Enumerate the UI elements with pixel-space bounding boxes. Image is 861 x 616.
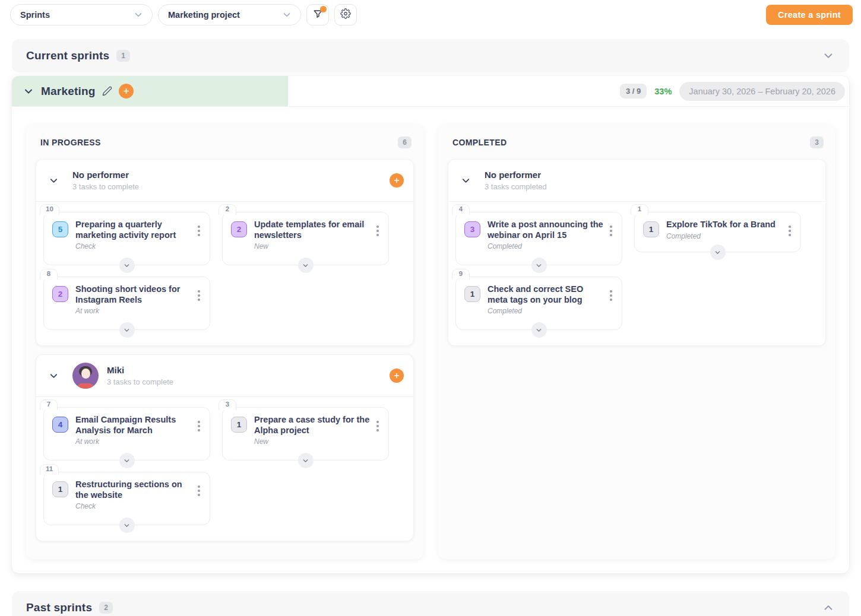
task-title: Restructuring sections on the website <box>75 480 193 500</box>
task-id-tab: 3 <box>219 399 236 410</box>
task-id-tab: 10 <box>40 204 59 215</box>
task-id-tab: 9 <box>452 269 470 280</box>
column-title: COMPLETED <box>452 138 507 147</box>
task-menu-icon[interactable] <box>784 220 796 252</box>
task-id-tab: 1 <box>631 204 648 215</box>
column-title: IN PROGRESS <box>40 138 101 147</box>
task-card[interactable]: 8 2 Shooting short videos for Instagram … <box>43 277 210 330</box>
task-card[interactable]: 10 5 Preparing a quarterly marketing act… <box>43 212 210 265</box>
sprint-header: Marketing 3 / 9 33% January 30, 2026 – F… <box>12 76 849 107</box>
add-task-to-sprint-button[interactable] <box>119 84 134 99</box>
chevron-down-icon <box>133 9 144 20</box>
task-card[interactable]: 11 1 Restructuring sections on the websi… <box>43 472 210 525</box>
current-sprints-title: Current sprints <box>26 49 109 62</box>
task-card[interactable]: 1 1 Explore TikTok for a Brand Completed <box>634 212 801 252</box>
collapse-chevron-icon[interactable] <box>822 601 835 614</box>
group-tasks: 4 3 Write a post announcing the webinar … <box>448 202 825 345</box>
group-collapse-chevron-icon[interactable] <box>48 370 59 382</box>
current-sprints-section[interactable]: Current sprints 1 <box>12 39 849 72</box>
task-menu-icon[interactable] <box>193 480 205 525</box>
performer-group-no-performer: No performer 3 tasks completed 4 3 Write… <box>448 159 826 346</box>
filter-button[interactable] <box>306 4 329 26</box>
sprint-collapse-chevron-icon[interactable] <box>23 85 34 97</box>
task-card[interactable]: 2 2 Update templates for email newslette… <box>222 212 389 265</box>
task-card[interactable]: 3 1 Prepare a case study for the Alpha p… <box>222 407 389 461</box>
task-title: Shooting short videos for Instagram Reel… <box>75 284 193 305</box>
task-status: Completed <box>666 232 784 240</box>
create-sprint-button[interactable]: Create a sprint <box>766 5 853 25</box>
sprint-name: Marketing <box>41 85 96 98</box>
current-sprints-count: 1 <box>116 50 130 62</box>
story-points-badge: 1 <box>464 286 480 302</box>
performer-group-miki: Miki 3 tasks to complete 7 4 <box>36 354 414 541</box>
group-header: No performer 3 tasks completed <box>448 160 825 202</box>
task-id-tab: 8 <box>40 269 58 280</box>
task-status: Check <box>75 242 193 250</box>
past-sprints-section[interactable]: Past sprints 2 <box>12 591 849 616</box>
task-id-tab: 11 <box>40 464 59 475</box>
edit-pencil-icon[interactable] <box>102 86 112 96</box>
task-menu-icon[interactable] <box>193 415 205 460</box>
view-select-value: Sprints <box>20 10 50 20</box>
add-task-button[interactable] <box>390 369 404 383</box>
task-card[interactable]: 4 3 Write a post announcing the webinar … <box>455 212 622 265</box>
task-menu-icon[interactable] <box>605 284 617 329</box>
task-status: Check <box>75 502 193 510</box>
task-status: Completed <box>488 242 605 250</box>
expand-task-chevron-icon[interactable] <box>710 245 726 260</box>
task-status: Completed <box>488 307 605 315</box>
past-sprints-count: 2 <box>99 602 113 614</box>
sprint-panel: Marketing 3 / 9 33% January 30, 2026 – F… <box>12 76 849 573</box>
group-collapse-chevron-icon[interactable] <box>48 175 59 186</box>
expand-task-chevron-icon[interactable] <box>119 453 135 468</box>
task-status: New <box>254 242 372 250</box>
expand-task-chevron-icon[interactable] <box>531 322 547 338</box>
sprint-header-right: 3 / 9 33% January 30, 2026 – February 20… <box>620 82 849 101</box>
sprint-board: IN PROGRESS 6 No performer 3 tasks to co… <box>12 107 849 573</box>
task-menu-icon[interactable] <box>372 415 384 460</box>
task-title: Explore TikTok for a Brand <box>666 220 784 230</box>
group-subtitle: 3 tasks to complete <box>72 182 139 191</box>
view-select[interactable]: Sprints <box>10 4 153 26</box>
expand-task-chevron-icon[interactable] <box>531 258 547 273</box>
task-title: Update templates for email newsletters <box>254 220 372 240</box>
task-menu-icon[interactable] <box>605 220 617 265</box>
story-points-badge: 2 <box>52 286 68 302</box>
column-header: COMPLETED 3 <box>448 134 826 148</box>
task-card[interactable]: 9 1 Check and correct SEO meta tags on y… <box>455 277 622 330</box>
chevron-down-icon <box>281 9 292 20</box>
sprint-progress-percent: 33% <box>654 87 672 96</box>
group-header: Miki 3 tasks to complete <box>36 355 413 397</box>
project-select[interactable]: Marketing project <box>158 4 301 26</box>
task-card[interactable]: 7 4 Email Campaign Results Analysis for … <box>43 407 210 461</box>
past-sprints-title: Past sprints <box>26 601 92 614</box>
group-subtitle: 3 tasks completed <box>485 182 547 191</box>
expand-task-chevron-icon[interactable] <box>119 322 135 338</box>
settings-button[interactable] <box>334 4 357 26</box>
task-title: Prepare a case study for the Alpha proje… <box>254 415 372 436</box>
gear-icon <box>340 8 351 21</box>
column-completed: COMPLETED 3 No performer 3 tasks complet… <box>438 125 835 559</box>
expand-task-chevron-icon[interactable] <box>119 258 135 273</box>
task-menu-icon[interactable] <box>372 220 384 265</box>
group-collapse-chevron-icon[interactable] <box>460 175 471 186</box>
collapse-chevron-icon[interactable] <box>822 49 835 62</box>
sprint-date-range: January 30, 2026 – February 20, 2026 <box>679 82 845 101</box>
column-header: IN PROGRESS 6 <box>36 134 414 148</box>
expand-task-chevron-icon[interactable] <box>298 258 314 273</box>
group-name: Miki <box>107 365 173 375</box>
expand-task-chevron-icon[interactable] <box>298 453 314 468</box>
column-count: 3 <box>810 136 824 148</box>
story-points-badge: 3 <box>464 221 480 237</box>
column-count: 6 <box>398 136 411 148</box>
group-tasks: 10 5 Preparing a quarterly marketing act… <box>36 202 413 345</box>
group-name: No performer <box>485 170 547 180</box>
task-status: At work <box>75 307 193 315</box>
filter-active-dot <box>320 6 327 12</box>
task-title: Write a post announcing the webinar on A… <box>488 220 605 240</box>
sprint-progress-fraction: 3 / 9 <box>620 84 647 99</box>
expand-task-chevron-icon[interactable] <box>119 517 135 533</box>
task-menu-icon[interactable] <box>193 220 205 265</box>
add-task-button[interactable] <box>390 173 404 188</box>
task-menu-icon[interactable] <box>193 284 205 329</box>
